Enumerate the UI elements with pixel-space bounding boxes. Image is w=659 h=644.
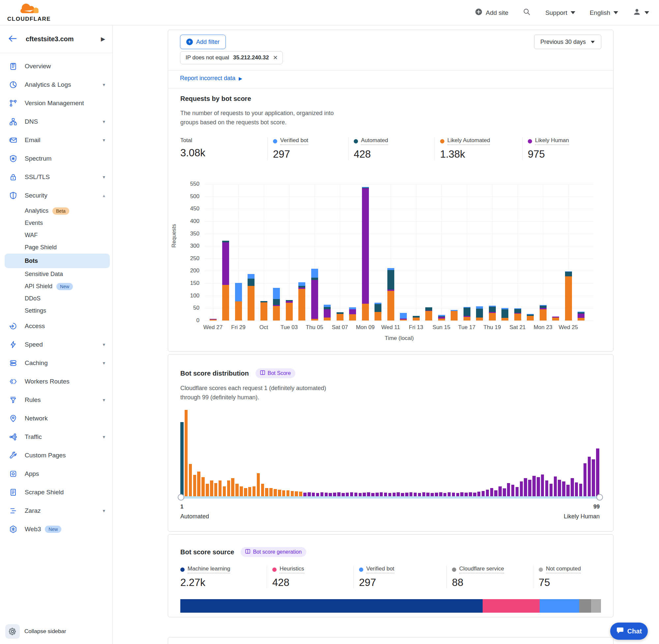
histogram-bar[interactable] (511, 485, 515, 496)
histogram-bar[interactable] (507, 483, 510, 496)
sidebar-item-ddos[interactable]: DDoS (0, 293, 112, 305)
histogram-bar[interactable] (218, 480, 222, 496)
search-button[interactable] (523, 8, 531, 18)
sidebar-item-settings[interactable]: Settings (0, 305, 112, 317)
histogram-bar[interactable] (227, 480, 231, 496)
add-site-button[interactable]: Add site (475, 8, 508, 17)
histogram-bar[interactable] (380, 492, 383, 496)
sidebar-item-overview[interactable]: Overview (0, 57, 112, 75)
histogram-bar[interactable] (533, 476, 536, 496)
histogram-bar[interactable] (274, 489, 277, 496)
chevron-down-icon[interactable]: ▾ (102, 342, 105, 348)
histogram-bar[interactable] (329, 493, 332, 496)
bar[interactable] (375, 303, 381, 321)
histogram-bar[interactable] (566, 485, 570, 496)
bar[interactable] (578, 312, 585, 321)
histogram-bar[interactable] (393, 493, 396, 496)
histogram-bar[interactable] (498, 486, 502, 496)
histogram-bar[interactable] (303, 493, 307, 496)
histogram-bar[interactable] (367, 492, 370, 496)
histogram-bar[interactable] (558, 480, 561, 496)
sidebar-item-version-management[interactable]: Version Management (0, 94, 112, 112)
site-header[interactable]: cftestsite3.com ▶ (0, 25, 112, 53)
histogram-bar[interactable] (579, 484, 583, 496)
bar[interactable] (311, 269, 318, 321)
histogram-bar[interactable] (235, 484, 239, 496)
histogram-bar[interactable] (231, 478, 234, 496)
histogram-bar[interactable] (214, 483, 217, 496)
date-range-dropdown[interactable]: Previous 30 days (534, 34, 601, 49)
histogram-bar[interactable] (185, 410, 188, 496)
collapse-sidebar-button[interactable]: Collapse sidebar (0, 621, 112, 642)
histogram-bar[interactable] (362, 493, 366, 496)
bar[interactable] (210, 319, 217, 321)
chevron-down-icon[interactable]: ▾ (102, 508, 105, 514)
slider-handle-max[interactable] (596, 494, 603, 501)
sidebar-item-apps[interactable]: Apps (0, 465, 112, 483)
sidebar-item-workers-routes[interactable]: Workers Routes (0, 372, 112, 391)
bot-score-badge[interactable]: Bot Score (256, 368, 296, 378)
histogram-bar[interactable] (282, 490, 285, 496)
sidebar-item-web3[interactable]: Web3New (0, 520, 112, 538)
chat-button[interactable]: Chat (610, 623, 648, 640)
histogram-bar[interactable] (456, 493, 460, 496)
histogram-bar[interactable] (494, 490, 497, 496)
bar[interactable] (514, 308, 521, 321)
histogram-bar[interactable] (202, 477, 205, 496)
histogram-bar[interactable] (486, 490, 489, 496)
histogram-bar[interactable] (321, 492, 324, 496)
sidebar-item-email[interactable]: Email▾ (0, 131, 112, 150)
histogram-bar[interactable] (261, 484, 264, 496)
histogram-bar[interactable] (223, 486, 226, 496)
histogram-bar[interactable] (354, 493, 358, 496)
histogram-bar[interactable] (405, 493, 408, 496)
histogram-bar[interactable] (333, 493, 336, 496)
sidebar-item-access[interactable]: Access (0, 317, 112, 335)
histogram-bar[interactable] (490, 488, 494, 496)
chevron-right-icon[interactable]: ▶ (101, 36, 105, 43)
histogram-bar[interactable] (244, 488, 247, 496)
histogram-bar[interactable] (325, 493, 328, 496)
account-menu[interactable] (633, 7, 649, 18)
slider-handle-min[interactable] (178, 494, 184, 501)
sidebar-item-waf[interactable]: WAF (0, 229, 112, 242)
histogram-bar[interactable] (422, 492, 426, 496)
histogram-bar[interactable] (409, 492, 413, 496)
chevron-down-icon[interactable]: ▾ (102, 174, 105, 180)
histogram-bar[interactable] (248, 487, 252, 496)
histogram-bar[interactable] (189, 464, 192, 496)
histogram-bar[interactable] (265, 488, 268, 496)
sidebar-item-spectrum[interactable]: Spectrum (0, 150, 112, 168)
bar[interactable] (273, 288, 280, 321)
sidebar-item-bots[interactable]: Bots (5, 254, 110, 268)
histogram-bar[interactable] (299, 492, 302, 496)
chevron-down-icon[interactable]: ▾ (102, 397, 105, 403)
histogram-bar[interactable] (571, 478, 574, 496)
sidebar-item-caching[interactable]: Caching▾ (0, 354, 112, 372)
histogram-bar[interactable] (481, 491, 485, 496)
add-filter-button[interactable]: + Add filter (180, 34, 226, 49)
histogram-bar[interactable] (545, 480, 548, 496)
histogram-bar[interactable] (596, 448, 599, 496)
sidebar-item-network[interactable]: Network (0, 409, 112, 428)
chevron-up-icon[interactable]: ▴ (102, 192, 105, 199)
bar[interactable] (286, 300, 293, 321)
histogram-bar[interactable] (592, 459, 595, 496)
bar[interactable] (336, 312, 344, 321)
histogram-bar[interactable] (397, 492, 400, 496)
bar[interactable] (489, 306, 496, 321)
histogram-bar[interactable] (418, 493, 421, 496)
histogram-bar[interactable] (524, 478, 527, 496)
chevron-down-icon[interactable]: ▾ (102, 137, 105, 143)
histogram-bar[interactable] (308, 492, 311, 496)
histogram-bar[interactable] (435, 493, 438, 496)
histogram-bar[interactable] (503, 488, 506, 496)
sidebar-item-ssl-tls[interactable]: SSL/TLS▾ (0, 168, 112, 186)
histogram-bar[interactable] (430, 493, 434, 496)
bar[interactable] (425, 307, 432, 321)
sidebar-item-api-shield[interactable]: API ShieldNew (0, 280, 112, 293)
bar[interactable] (501, 308, 508, 321)
histogram-bar[interactable] (477, 492, 481, 496)
histogram-bar[interactable] (295, 491, 298, 496)
chevron-down-icon[interactable]: ▾ (102, 119, 105, 125)
